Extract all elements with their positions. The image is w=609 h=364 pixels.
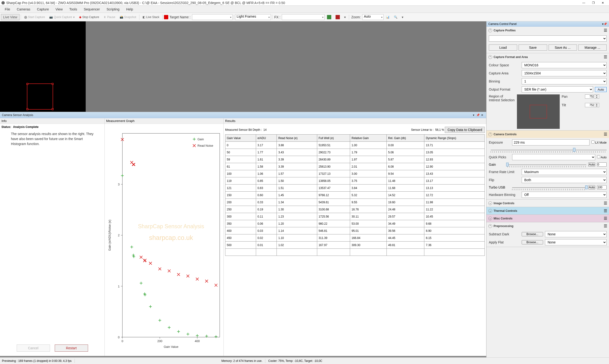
live-stack-button[interactable]: ◧Live Stack <box>141 14 161 20</box>
svg-text:3: 3 <box>118 183 120 186</box>
status-cooler: Cooler: 75%, Temp: -10,8C, Target: -10,0… <box>268 359 322 363</box>
preview-area[interactable] <box>0 21 486 112</box>
menu-capture[interactable]: Capture <box>34 6 52 12</box>
target-name-input[interactable] <box>192 14 232 20</box>
browse-dark-button[interactable]: Browse... <box>522 232 543 236</box>
roi-display[interactable] <box>517 94 560 129</box>
frame-type-select[interactable]: Light Frames <box>235 14 271 20</box>
record-icon: ⬤ <box>24 15 27 19</box>
start-capture-button[interactable]: ⬤Start Capture <box>22 14 47 20</box>
zoom-magnify-button[interactable]: 🔍 <box>392 14 399 20</box>
fx-select[interactable] <box>282 14 325 20</box>
output-auto-button[interactable]: Auto <box>595 87 607 92</box>
gain-auto-button[interactable]: Auto <box>588 162 595 167</box>
menu-help[interactable]: Help <box>123 6 136 12</box>
menu-sequencer[interactable]: Sequencer <box>81 6 103 12</box>
manage-button[interactable]: Manage ... <box>578 44 607 51</box>
tilt-spinner[interactable]: ▲▼ <box>585 103 599 107</box>
turbo-value[interactable] <box>597 185 607 190</box>
minimize-button[interactable]: — <box>579 0 589 5</box>
capture-area-select[interactable]: 1504x1504 <box>522 70 607 76</box>
colour-space-select[interactable]: MONO16 <box>522 62 607 68</box>
expand-thermal-icon[interactable]: ⌄ <box>488 209 492 213</box>
expand-misc-icon[interactable]: ⌄ <box>488 217 492 221</box>
hw-binning-select[interactable]: Off <box>522 192 607 198</box>
gain-slider[interactable] <box>507 162 586 167</box>
image-menu-icon[interactable]: ☰ <box>604 201 607 205</box>
load-button[interactable]: Load <box>489 44 517 51</box>
table-row: 2000.331.345439.619.5519.6011.98 <box>225 199 485 206</box>
table-header: Gain Value <box>225 135 256 142</box>
target-icon <box>164 15 168 19</box>
preproc-menu-icon[interactable]: ☰ <box>604 224 607 228</box>
zoom-histogram-button[interactable]: 📊 <box>384 14 392 20</box>
bitdepth-value: 14 <box>263 128 267 131</box>
format-menu-icon[interactable]: ☰ <box>604 55 607 59</box>
live-view-button[interactable]: Live View <box>1 14 20 20</box>
menu-cameras[interactable]: Cameras <box>14 6 34 12</box>
maximize-button[interactable]: ❐ <box>589 0 598 5</box>
fx-green-button[interactable] <box>325 14 333 20</box>
roi-lbl: Region of Interest Selection <box>489 94 515 102</box>
csa-dropdown-icon[interactable]: ▾ <box>472 113 476 117</box>
thermal-menu-icon[interactable]: ☰ <box>604 208 607 213</box>
copy-data-button[interactable]: Copy Data to Clipboard <box>445 127 485 133</box>
output-fmt-select[interactable]: SER file (*.ser) <box>522 86 593 92</box>
status-previewing: Previewing : 169 frames (1 dropped) in 0… <box>2 359 72 363</box>
expand-image-icon[interactable]: ⌄ <box>488 201 492 205</box>
profiles-menu-icon[interactable]: ☰ <box>604 28 607 33</box>
menu-tools[interactable]: Tools <box>66 6 81 12</box>
fx-dropdown[interactable]: ▾ <box>342 14 348 20</box>
turbo-auto-button[interactable]: Auto <box>588 185 595 190</box>
csa-restart-button[interactable]: Restart <box>55 345 88 352</box>
save-button[interactable]: Save <box>519 44 547 51</box>
csa-cancel-button[interactable]: Cancel <box>17 345 50 352</box>
snapshot-icon: 📸 <box>120 15 123 19</box>
stop-capture-button[interactable]: ◉Stop Capture <box>77 14 101 20</box>
roi-rectangle[interactable] <box>27 83 53 110</box>
lx-mode-checkbox[interactable]: LX Mode <box>591 141 607 144</box>
saveas-button[interactable]: Save As ... <box>549 44 577 51</box>
menu-file[interactable]: File <box>1 6 14 12</box>
ccp-pin-icon[interactable]: 📌 <box>604 22 607 26</box>
quick-capture-icon: 📷 <box>49 15 53 19</box>
exposure-slider[interactable] <box>491 147 607 152</box>
collapse-camera-icon[interactable]: ⌃ <box>488 132 492 136</box>
menu-scripting[interactable]: Scripting <box>103 6 123 12</box>
pan-spinner[interactable]: ▲▼ <box>585 94 599 99</box>
csa-close-icon[interactable]: ✕ <box>480 113 484 117</box>
zoom-select[interactable]: Auto <box>362 14 384 20</box>
gain-lbl: Gain <box>489 163 505 167</box>
collapse-preproc-icon[interactable]: ⌃ <box>488 224 492 228</box>
window-title: SharpCap Pro (v4.0.9011, 64 bit) - ZWO A… <box>6 1 579 5</box>
csa-pin-icon[interactable]: 📌 <box>476 113 480 117</box>
snapshot-button[interactable]: 📸Snapshot <box>118 14 138 20</box>
collapse-format-icon[interactable]: ⌃ <box>488 55 492 59</box>
gain-value[interactable] <box>597 162 607 167</box>
browse-flat-button[interactable]: Browse... <box>522 240 543 244</box>
table-row: 4500.021.10311.39166.8444.458.15 <box>225 234 485 242</box>
profiles-select[interactable] <box>489 35 607 42</box>
framerate-select[interactable]: Maximum <box>522 169 607 175</box>
turbo-slider[interactable] <box>512 185 586 190</box>
apply-flat-select[interactable]: None <box>545 239 607 245</box>
csa-status-label: Status: <box>1 125 11 129</box>
subtract-dark-select[interactable]: None <box>545 231 607 237</box>
flip-select[interactable]: Both <box>522 177 607 183</box>
pause-button[interactable]: ⏸Pause <box>101 14 117 20</box>
quickpicks-auto-checkbox[interactable]: Auto <box>597 155 607 159</box>
collapse-profiles-icon[interactable]: ⌃ <box>488 28 492 32</box>
fx-red-button[interactable] <box>334 14 342 20</box>
capture-profiles-hdr: Capture Profiles <box>494 29 516 32</box>
camera-menu-icon[interactable]: ☰ <box>604 132 607 136</box>
misc-menu-icon[interactable]: ☰ <box>604 216 607 221</box>
results-table: Gain Valuee/ADURead Noise (e)Full Well (… <box>225 134 485 256</box>
zoom-dropdown[interactable]: ▾ <box>400 14 405 20</box>
menu-view[interactable]: View <box>52 6 66 12</box>
turbo-lbl: Turbo USB <box>489 185 510 189</box>
quick-picks-select[interactable] <box>512 154 595 160</box>
quick-capture-button[interactable]: 📷Quick Capture ▾ <box>47 14 77 20</box>
exposure-input[interactable] <box>512 139 589 145</box>
close-button[interactable]: ✕ <box>598 0 608 5</box>
binning-select[interactable]: 1 <box>522 78 607 84</box>
